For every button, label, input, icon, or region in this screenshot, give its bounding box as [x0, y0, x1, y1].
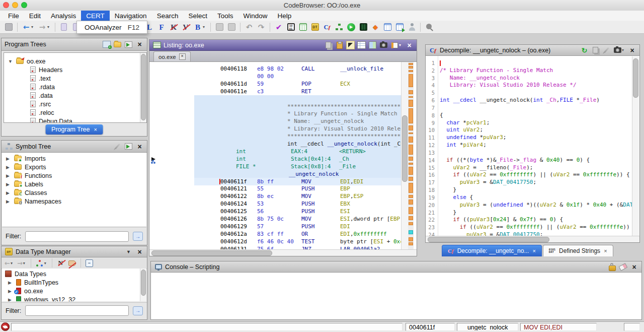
symbol-tree-header[interactable]: Symbol Tree × [2, 141, 147, 153]
stamp-alt-icon[interactable] [227, 22, 236, 32]
marker[interactable] [409, 157, 413, 161]
marker[interactable] [409, 242, 413, 245]
marker[interactable] [409, 66, 413, 69]
forward-caret-icon[interactable]: ▾ [47, 25, 51, 29]
program-tree-tab-close-icon[interactable]: × [94, 126, 97, 132]
menu-edit[interactable]: Edit [24, 11, 46, 21]
program-trees-header[interactable]: Program Trees × [2, 38, 147, 51]
marker[interactable] [409, 132, 413, 134]
listing-line[interactable]: ****************************************… [149, 132, 401, 140]
program-tree-scrollbar[interactable] [140, 53, 146, 122]
marker[interactable] [409, 108, 413, 123]
symbol-item-imports[interactable]: ▶▲Imports [6, 154, 46, 163]
dtm-item-ooexe[interactable]: ▶✓oo.exe [8, 287, 43, 295]
binary-view-icon[interactable]: 1001 [286, 22, 295, 32]
marker[interactable] [409, 63, 413, 65]
save-icon[interactable] [4, 22, 13, 32]
listing-line[interactable]: intStack[0x4]:4_Ch [149, 155, 401, 163]
tab-oo-exe[interactable]: oo.exe × [153, 51, 191, 61]
bookmark-icon[interactable]: B [193, 22, 202, 32]
decompile-line[interactable]: 1 [426, 59, 632, 67]
clone-window-icon[interactable] [390, 41, 399, 49]
marker[interactable] [409, 222, 413, 225]
menu-file[interactable]: File [3, 11, 24, 21]
symbol-item-classes[interactable]: ▶CClasses [6, 188, 47, 197]
marker[interactable] [409, 237, 413, 241]
dtm-tree-filter-icon[interactable] [35, 259, 44, 268]
tab-decompile[interactable]: Cf Decompile: __ungetc_no... × [442, 245, 542, 256]
paste-icon[interactable] [335, 41, 344, 49]
listing-vscrollbar[interactable] [401, 62, 408, 251]
listing-line[interactable]: 0040612453PUSHEBX [149, 200, 401, 208]
back-caret-icon[interactable]: ▾ [31, 25, 35, 29]
listing-header[interactable]: Listing: oo.exe ▾ × [149, 40, 417, 51]
dtm-header[interactable]: DT Data Type Manager ▼ × [2, 246, 147, 257]
marker[interactable] [409, 70, 413, 72]
listing-line[interactable]: 0040612155PUSHEBP [149, 185, 401, 192]
clear-flow-icon[interactable]: V [181, 22, 190, 32]
decompile-line[interactable]: 12 int *piVar4; [426, 142, 632, 149]
close-icon[interactable]: × [135, 40, 144, 49]
dtm-name-filter-icon[interactable]: N [56, 259, 65, 268]
listing-content[interactable]: 00406118e8 98 02CALL__unlock_file00 0000… [149, 62, 401, 251]
memory-map-icon[interactable] [359, 22, 368, 32]
listing-marker-bar[interactable] [408, 62, 414, 251]
datatype-icon[interactable]: DT [310, 22, 319, 32]
tree-item-text[interactable]: .text [30, 74, 51, 83]
tree-item-oo.exe[interactable]: ▼oo.exe [8, 57, 46, 65]
decompile-line[interactable]: 21 } [426, 209, 632, 217]
filter-config-icon[interactable]: → [133, 232, 143, 241]
cf-functions-icon[interactable]: Cf [323, 22, 332, 32]
close-icon[interactable]: × [135, 142, 144, 151]
decompile-line[interactable]: 20 puVar3 = (undefined *)((uVar2 & 0x1f)… [426, 202, 632, 209]
decompile-line[interactable]: 7 [426, 104, 632, 112]
tab-close-icon[interactable]: × [604, 248, 607, 254]
menu-tools[interactable]: Tools [212, 11, 238, 21]
marker[interactable] [409, 125, 413, 130]
dtm-item-builtintypes[interactable]: ▶BuiltInTypes [8, 278, 58, 287]
validate-icon[interactable]: ✔ [274, 22, 283, 32]
dtm-forward-caret-icon[interactable]: ▾ [23, 261, 27, 265]
symbol-item-namespaces[interactable]: ▶{}Namespaces [6, 197, 61, 206]
tree-item-debugdata[interactable]: Debug Data [30, 117, 72, 123]
expand-icon[interactable]: ▶ [8, 297, 13, 302]
symbol-item-exports[interactable]: ▶Exports [6, 163, 46, 171]
bookmark-caret-icon[interactable]: ▾ [203, 25, 206, 29]
run-script-icon[interactable]: ▶ [347, 22, 356, 32]
decompile-line[interactable]: 14 if ((*(byte *)&_File->_flag & 0x40) =… [426, 157, 632, 164]
close-icon[interactable]: × [405, 41, 414, 49]
tree-item-rsrc[interactable]: .rsrc [30, 100, 51, 108]
listing-line[interactable]: 00 00 [149, 73, 401, 80]
decompile-line[interactable]: 9 char *pcVar1; [426, 119, 632, 127]
back-icon[interactable]: ← [22, 22, 31, 32]
marker[interactable] [409, 177, 413, 181]
marker[interactable] [409, 230, 413, 234]
dtm-menu-caret-icon[interactable]: ▼ [124, 247, 133, 256]
decompile-line[interactable]: 11 undefined *puVar3; [426, 134, 632, 142]
decompile-line[interactable]: 18 } [426, 186, 632, 194]
symbol-filter-input[interactable] [25, 231, 129, 242]
dtm-filter-input[interactable] [25, 305, 129, 316]
listing-line[interactable]: 0040611d59POPECX [149, 80, 401, 88]
marker[interactable] [409, 100, 413, 107]
symbol-item-labels[interactable]: ▶●Labels [6, 180, 43, 188]
table-export-icon[interactable] [395, 22, 404, 32]
listing-line[interactable]: 0040611f8b ffMOVEDI,EDI [149, 178, 401, 185]
expand-icon[interactable]: ▼ [8, 59, 13, 64]
marker[interactable] [409, 137, 413, 143]
decompile-content[interactable]: 12/* Library Function - Single Match3 Na… [426, 56, 632, 237]
marker[interactable] [409, 74, 413, 87]
refresh-icon[interactable]: ↻ [580, 46, 589, 54]
listing-line[interactable]: 004061228b ecMOVEBP,ESP [149, 192, 401, 200]
person-icon[interactable] [407, 22, 416, 32]
expand-icon[interactable]: ▶ [8, 280, 13, 285]
dtm-collapse-all-icon[interactable]: − [85, 259, 94, 268]
listing-line[interactable]: * Name: __ungetc_nolock [149, 117, 401, 125]
expand-icon[interactable]: ▶ [6, 182, 11, 187]
create-function-icon[interactable]: F [157, 22, 166, 32]
listing-line[interactable]: FILE *Stack[0x8]:4_File [149, 163, 401, 170]
stamp-icon[interactable] [215, 22, 224, 32]
menu-select[interactable]: Select [183, 11, 212, 21]
close-icon[interactable]: × [630, 262, 638, 271]
tree-item-reloc[interactable]: .reloc [30, 108, 54, 117]
